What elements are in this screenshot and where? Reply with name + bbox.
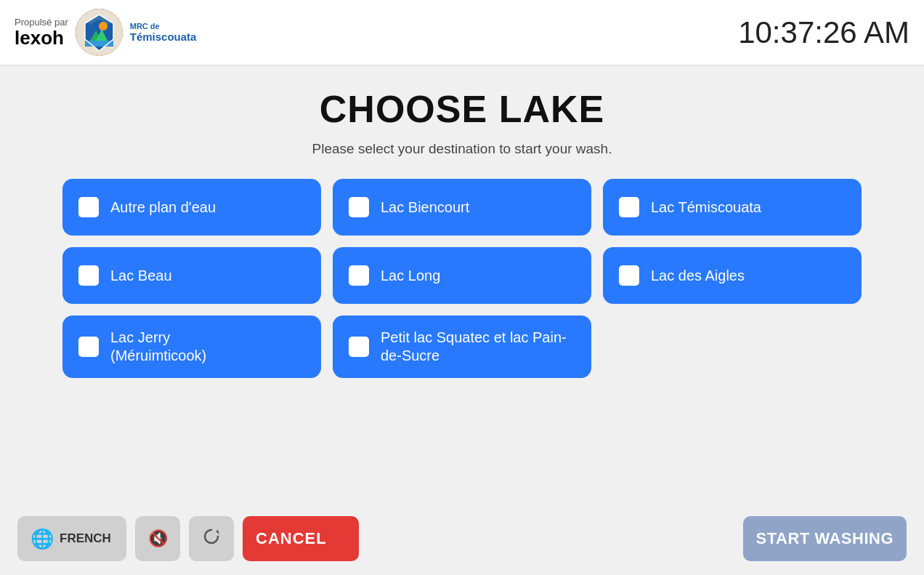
lake-label-petit-lac-squatec: Petit lac Squatec et lac Pain-de-Sucre (381, 329, 575, 365)
cancel-label: CANCEL (256, 529, 327, 548)
lake-checkbox-lac-biencourt (349, 197, 369, 217)
lake-label-lac-biencourt: Lac Biencourt (381, 198, 469, 217)
lake-label-lac-beau: Lac Beau (110, 267, 172, 285)
mrc-logo (76, 9, 123, 56)
svg-marker-5 (216, 530, 219, 534)
footer: 🌐 FRENCH 🔇 CANCEL START WASHING (0, 502, 924, 575)
logo-text: MRC de Témiscouata (130, 22, 197, 43)
lake-btn-petit-lac-squatec[interactable]: Petit lac Squatec et lac Pain-de-Sucre (333, 315, 591, 378)
page-subtitle: Please select your destination to start … (312, 141, 612, 157)
lake-checkbox-lac-temiscouata (619, 197, 639, 217)
propulse-text: Propulsé par lexoh (15, 17, 68, 47)
header-left: Propulsé par lexoh MRC de (15, 9, 196, 56)
lake-btn-lac-long[interactable]: Lac Long (333, 247, 591, 304)
mute-icon: 🔇 (148, 529, 168, 548)
lake-checkbox-lac-long (349, 265, 369, 286)
brand-name: lexoh (15, 28, 68, 47)
start-washing-button[interactable]: START WASHING (743, 516, 907, 561)
lake-btn-lac-biencourt[interactable]: Lac Biencourt (333, 179, 591, 236)
mute-button[interactable]: 🔇 (135, 516, 180, 561)
lake-btn-autre-plan-deau[interactable]: Autre plan d'eau (62, 179, 321, 236)
lake-label-lac-des-aigles: Lac des Aigles (651, 267, 745, 285)
cancel-button[interactable]: CANCEL (243, 516, 359, 561)
start-label: START WASHING (756, 529, 893, 548)
lake-label-autre-plan-deau: Autre plan d'eau (110, 198, 216, 217)
lake-checkbox-lac-jerry (78, 337, 99, 357)
svg-point-3 (99, 22, 108, 31)
page-title: CHOOSE LAKE (320, 87, 604, 131)
logo-mrc: MRC de (130, 22, 160, 31)
logo-name: Témiscouata (130, 31, 197, 43)
reset-button[interactable] (189, 516, 234, 561)
lake-btn-lac-beau[interactable]: Lac Beau (62, 247, 321, 304)
header: Propulsé par lexoh MRC de (0, 0, 924, 65)
clock-display: 10:37:26 AM (738, 15, 909, 50)
globe-icon: 🌐 (31, 528, 54, 550)
lake-label-lac-long: Lac Long (381, 267, 440, 285)
reset-icon (202, 527, 221, 550)
footer-left: 🌐 FRENCH 🔇 CANCEL (17, 516, 359, 561)
lake-btn-lac-des-aigles[interactable]: Lac des Aigles (603, 247, 862, 304)
language-label: FRENCH (60, 531, 111, 546)
language-button[interactable]: 🌐 FRENCH (17, 516, 126, 561)
svg-rect-4 (85, 41, 113, 47)
lake-checkbox-autre-plan-deau (78, 197, 99, 217)
lake-checkbox-petit-lac-squatec (349, 337, 369, 357)
lake-checkbox-lac-beau (78, 265, 99, 286)
lake-checkbox-lac-des-aigles (619, 265, 639, 286)
main-content: CHOOSE LAKE Please select your destinati… (0, 65, 924, 502)
lake-label-lac-temiscouata: Lac Témiscouata (651, 198, 761, 217)
lake-label-lac-jerry: Lac Jerry (Méruimticook) (110, 329, 206, 365)
lake-grid: Autre plan d'eauLac BiencourtLac Témisco… (62, 179, 862, 378)
lake-btn-lac-temiscouata[interactable]: Lac Témiscouata (603, 179, 862, 236)
lake-btn-lac-jerry[interactable]: Lac Jerry (Méruimticook) (62, 315, 321, 378)
